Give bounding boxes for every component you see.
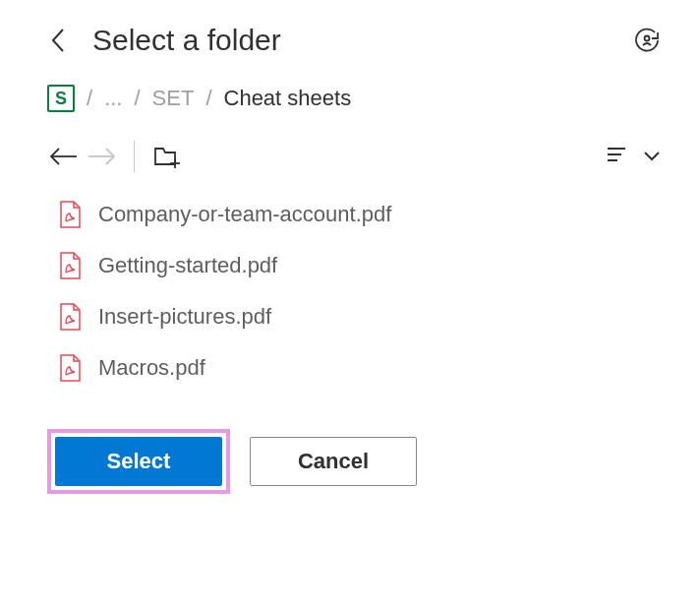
breadcrumb-parent[interactable]: SET (152, 86, 195, 111)
pdf-icon (59, 252, 81, 279)
chevron-down-icon[interactable] (643, 148, 661, 165)
list-item[interactable]: Getting-started.pdf (59, 252, 661, 279)
breadcrumb-ellipsis[interactable]: ... (104, 86, 122, 111)
list-item[interactable]: Macros.pdf (59, 354, 661, 382)
pdf-icon (59, 354, 81, 382)
new-folder-button[interactable] (150, 140, 184, 173)
file-name: Getting-started.pdf (98, 253, 277, 278)
pdf-icon (59, 303, 81, 331)
cancel-button[interactable]: Cancel (250, 437, 417, 486)
file-name: Macros.pdf (98, 355, 205, 381)
nav-forward-button[interactable] (85, 140, 118, 173)
file-list: Company-or-team-account.pdf Getting-star… (59, 201, 661, 382)
breadcrumb-current: Cheat sheets (224, 86, 352, 111)
file-name: Company-or-team-account.pdf (98, 202, 391, 227)
dialog-header: Select a folder (47, 24, 661, 57)
toolbar-divider (134, 141, 135, 172)
list-item[interactable]: Company-or-team-account.pdf (59, 201, 661, 228)
breadcrumb-separator: / (134, 86, 140, 111)
breadcrumb: S / ... / SET / Cheat sheets (47, 85, 661, 112)
file-name: Insert-pictures.pdf (98, 304, 271, 330)
refresh-person-icon[interactable] (633, 27, 661, 54)
breadcrumb-separator: / (205, 86, 211, 111)
back-chevron-icon[interactable] (47, 30, 69, 51)
breadcrumb-separator: / (87, 86, 92, 111)
dialog-footer: Select Cancel (47, 429, 661, 494)
select-highlight: Select (47, 429, 230, 494)
dialog-title: Select a folder (92, 24, 281, 57)
nav-back-button[interactable] (47, 140, 81, 173)
pdf-icon (59, 201, 81, 228)
list-item[interactable]: Insert-pictures.pdf (59, 303, 661, 331)
svg-point-0 (645, 36, 650, 41)
select-button[interactable]: Select (55, 437, 222, 486)
sort-icon[interactable] (608, 146, 629, 167)
app-icon[interactable]: S (47, 85, 75, 112)
toolbar (47, 140, 661, 173)
